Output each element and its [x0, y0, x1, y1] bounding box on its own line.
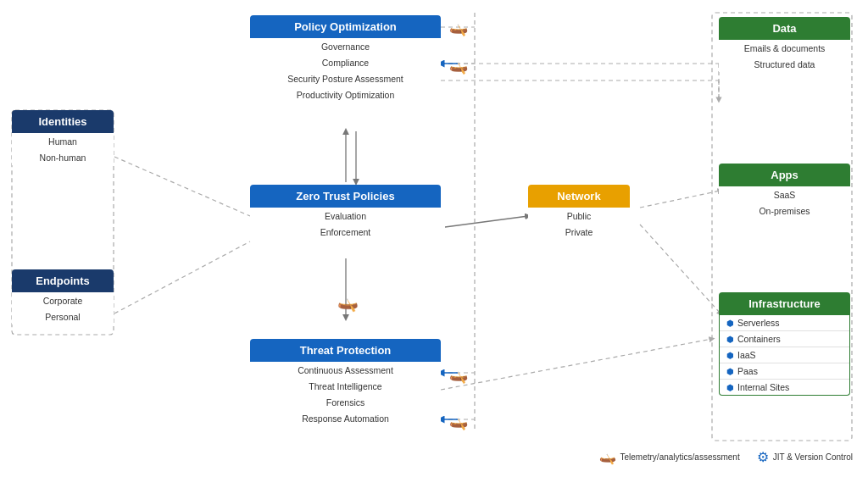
infra-icon-paas: ⬢	[726, 367, 734, 376]
infra-item-containers: ⬢ Containers	[720, 330, 849, 347]
telemetry-icon-down: 🛶	[337, 292, 359, 313]
telemetry-icon-threat2: 🛶	[449, 413, 468, 431]
policy-item-governance: Governance	[250, 38, 441, 54]
infra-icon-containers: ⬢	[726, 335, 734, 344]
infra-items: ⬢ Serverless ⬢ Containers ⬢ IaaS ⬢ Paas …	[719, 315, 850, 396]
threat-item-response: Response Automation	[250, 410, 441, 426]
infrastructure-box: Infrastructure ⬢ Serverless ⬢ Containers…	[719, 292, 850, 396]
apps-box: Apps SaaS On-premises	[719, 164, 850, 219]
svg-line-8	[640, 225, 721, 313]
policy-item-productivity: Productivity Optimization	[250, 86, 441, 103]
legend-jit: ⚙ JIT & Version Control	[757, 449, 853, 465]
data-item-structured: Structured data	[719, 56, 850, 72]
svg-line-6	[445, 216, 528, 227]
zerotrust-title: Zero Trust Policies	[250, 185, 441, 208]
infra-item-serverless: ⬢ Serverless	[720, 315, 849, 330]
identities-item-human: Human	[12, 133, 114, 149]
identities-title: Identities	[12, 110, 114, 133]
threat-item-forensics: Forensics	[250, 394, 441, 410]
apps-item-onprem: On-premises	[719, 202, 850, 219]
infra-item-paas: ⬢ Paas	[720, 363, 849, 379]
network-item-public: Public	[528, 208, 630, 224]
telemetry-legend-icon: 🛶	[599, 449, 616, 465]
network-box: Network Public Private	[528, 185, 630, 240]
threat-item-intelligence: Threat Intelligence	[250, 378, 441, 394]
policy-item-compliance: Compliance	[250, 54, 441, 70]
zerotrust-item-evaluation: Evaluation	[250, 208, 441, 224]
diagram: Identities Human Non-human Endpoints Cor…	[0, 0, 868, 477]
identities-box: Identities Human Non-human	[12, 110, 114, 165]
legend-telemetry: 🛶 Telemetry/analytics/assessment	[599, 449, 740, 465]
telemetry-icon-threat1: 🛶	[449, 366, 468, 385]
zerotrust-box: Zero Trust Policies Evaluation Enforceme…	[250, 185, 441, 240]
data-item-emails: Emails & documents	[719, 40, 850, 56]
telemetry-icon-mid: 🛶	[449, 57, 468, 75]
svg-line-14	[441, 339, 712, 390]
data-title: Data	[719, 17, 850, 40]
svg-line-2	[114, 241, 250, 313]
apps-title: Apps	[719, 164, 850, 186]
infra-item-internal: ⬢ Internal Sites	[720, 379, 849, 395]
network-item-private: Private	[528, 224, 630, 240]
endpoints-item-corporate: Corporate	[12, 292, 114, 308]
endpoints-item-personal: Personal	[12, 308, 114, 324]
apps-item-saas: SaaS	[719, 186, 850, 202]
infra-icon-iaas: ⬢	[726, 351, 734, 360]
endpoints-box: Endpoints Corporate Personal	[12, 269, 114, 324]
threat-protection-box: Threat Protection Continuous Assessment …	[250, 339, 441, 426]
svg-line-7	[640, 191, 721, 208]
network-title: Network	[528, 185, 630, 208]
legend: 🛶 Telemetry/analytics/assessment ⚙ JIT &…	[599, 449, 853, 465]
threat-item-continuous: Continuous Assessment	[250, 362, 441, 378]
infra-icon-internal: ⬢	[726, 383, 734, 392]
data-box: Data Emails & documents Structured data	[719, 17, 850, 72]
jit-legend-icon: ⚙	[757, 449, 769, 465]
zerotrust-item-enforcement: Enforcement	[250, 224, 441, 240]
threat-title: Threat Protection	[250, 339, 441, 362]
svg-line-1	[114, 157, 250, 216]
endpoints-title: Endpoints	[12, 269, 114, 292]
telemetry-icon-top: 🛶	[449, 19, 468, 37]
policy-optimization-title: Policy Optimization	[250, 15, 441, 38]
identities-item-nonhuman: Non-human	[12, 149, 114, 165]
infra-icon-serverless: ⬢	[726, 319, 734, 328]
policy-optimization-box: Policy Optimization Governance Complianc…	[250, 15, 441, 103]
infra-title: Infrastructure	[719, 292, 850, 315]
jit-legend-label: JIT & Version Control	[773, 452, 853, 462]
policy-item-security: Security Posture Assessment	[250, 70, 441, 86]
telemetry-legend-label: Telemetry/analytics/assessment	[620, 452, 740, 462]
infra-item-iaas: ⬢ IaaS	[720, 347, 849, 363]
